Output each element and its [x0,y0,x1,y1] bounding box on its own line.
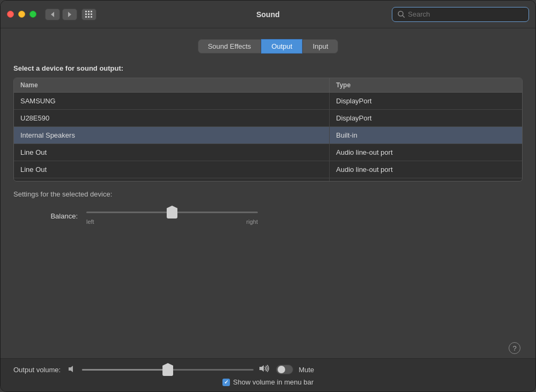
device-type: Audio line-out port [329,161,522,178]
svg-line-1 [403,16,405,18]
device-type: DisplayPort [329,110,522,126]
show-volume-row: ✓ Show volume in menu bar [13,378,523,386]
checkmark-icon: ✓ [224,379,228,385]
maximize-button[interactable] [29,11,36,18]
forward-button[interactable] [62,9,77,20]
table-header: Name Type [14,78,522,93]
mute-label: Mute [299,366,314,374]
device-type: Audio line-out port [329,144,522,161]
table-body[interactable]: SAMSUNG DisplayPort U28E590 DisplayPort … [14,93,522,181]
grid-icon [85,11,93,18]
back-button[interactable] [45,9,60,20]
volume-fill [82,369,168,371]
svg-marker-3 [259,365,264,372]
nav-buttons [45,9,96,20]
table-row-selected[interactable]: Internal Speakers Built-in [14,127,522,144]
tab-sound-effects[interactable]: Sound Effects [198,39,262,54]
tab-output[interactable]: Output [261,39,302,54]
device-type: Built-in [329,127,522,144]
volume-slider-thumb[interactable] [162,363,173,376]
tabs: Sound Effects Output Input [13,39,523,54]
device-type: DisplayPort [329,93,522,109]
device-name: Line Out [14,144,329,161]
search-input[interactable] [408,10,523,18]
device-section-label: Select a device for sound output: [13,64,523,72]
balance-slider-track[interactable] [86,207,258,217]
table-row[interactable]: U28E590 DisplayPort [14,110,522,127]
grid-button[interactable] [81,9,96,20]
settings-label: Settings for the selected device: [13,190,523,198]
mute-toggle[interactable] [276,365,293,374]
svg-marker-2 [69,366,73,372]
close-button[interactable] [7,11,14,18]
table-row[interactable]: Line Out Audio line-out port [14,144,522,161]
search-icon [398,11,405,18]
volume-row: Output volume: [13,364,523,375]
balance-right-label: right [247,218,258,225]
traffic-lights [7,11,36,18]
window: Sound Sound Effects Output Input Select … [0,0,536,392]
help-row: ? [13,338,523,358]
volume-low-icon [68,365,77,374]
table-row[interactable]: Line Out Audio line-out port [14,161,522,178]
col-header-type: Type [329,78,522,92]
help-button[interactable]: ? [509,342,520,354]
volume-high-icon [259,364,271,375]
tab-input[interactable]: Input [302,39,338,54]
mute-toggle-knob [278,366,285,373]
balance-row: Balance: left right [13,207,523,225]
device-table: Name Type SAMSUNG DisplayPort U28E590 Di… [13,78,523,182]
content: Sound Effects Output Input Select a devi… [1,28,535,358]
show-volume-label: Show volume in menu bar [233,378,314,386]
volume-label: Output volume: [13,366,61,374]
window-title: Sound [256,10,280,19]
bottom-bar: Output volume: [1,358,535,391]
device-name: Line Out [14,161,329,178]
device-type: Optical digital-out port [329,178,522,181]
col-header-name: Name [14,78,329,92]
balance-slider-thumb[interactable] [167,206,177,218]
minimize-button[interactable] [18,11,25,18]
titlebar: Sound [1,1,535,28]
balance-left-label: left [86,218,94,225]
table-row[interactable]: SAMSUNG DisplayPort [14,93,522,110]
device-name: Internal Speakers [14,127,329,144]
device-name: U28E590 [14,110,329,126]
volume-track [82,369,254,371]
balance-slider-container: left right [86,207,258,225]
device-name: SAMSUNG [14,93,329,109]
balance-label: Balance: [35,212,78,220]
device-name: Digital Out [14,178,329,181]
show-volume-checkbox[interactable]: ✓ [222,379,230,386]
volume-slider[interactable] [82,364,254,375]
search-bar [392,7,529,22]
balance-slider-line [86,212,258,213]
table-row[interactable]: Digital Out Optical digital-out port [14,178,522,181]
balance-slider-labels: left right [86,218,258,225]
